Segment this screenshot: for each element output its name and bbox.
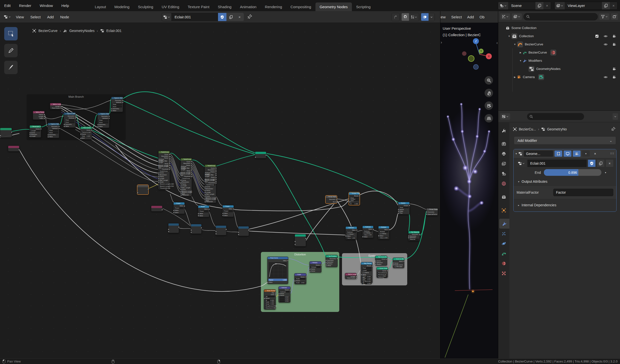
node-socket[interactable]: Vector	[279, 289, 290, 291]
node-socket[interactable]: Noise	[158, 163, 170, 164]
node-socket[interactable]: Geometry	[48, 134, 59, 136]
node-capture-attribute[interactable]: ⌄ Capture AttributeGeometryAttributeFloa…	[48, 123, 59, 138]
node-socket[interactable]: Value	[64, 125, 75, 127]
check-toggle-icon[interactable]	[595, 34, 599, 38]
node-group-input[interactable]: ⌄ Group InputGeometryEnd	[325, 195, 337, 204]
node-socket[interactable]: Value	[268, 259, 288, 262]
disclosure-closed-icon[interactable]: ▶	[518, 51, 523, 54]
node-socket[interactable]: Value	[223, 208, 234, 210]
node-socket[interactable]: Noise	[205, 176, 216, 178]
node-socket[interactable]: Multiply	[310, 266, 320, 268]
node-socket[interactable]: Attribute Max Length	[181, 168, 192, 170]
modifier-delete-button[interactable]: ×	[591, 151, 599, 157]
node-socket[interactable]: Offset	[326, 265, 337, 267]
node-socket[interactable]	[151, 208, 162, 211]
tool-select-box[interactable]	[4, 27, 18, 41]
node-float-curve[interactable]: ⌄ Float CurveValueFactor1.000Value	[267, 257, 288, 284]
node-map-range[interactable]: ⌄ Map RangeResultFloatLinearClampValueFr…	[361, 262, 372, 283]
node-power[interactable]: ⌄ PowerValuePowerValueValue	[173, 202, 185, 214]
node-socket[interactable]: Scale1.000	[265, 301, 275, 303]
node-socket[interactable]: 0.500	[279, 296, 289, 298]
pan-hand-button[interactable]	[485, 89, 493, 97]
node-socket[interactable]: Geometry	[111, 99, 123, 101]
eye-toggle-icon[interactable]	[604, 34, 608, 38]
node-socket[interactable]: Geometry	[326, 198, 337, 201]
node-socket[interactable]: Index	[33, 117, 44, 119]
node-socket[interactable]: Float	[112, 103, 122, 105]
node-socket[interactable]: End	[326, 201, 337, 203]
node-socket[interactable]: Length	[158, 178, 170, 179]
properties-search-input[interactable]	[527, 113, 584, 120]
properties-tab-object-data[interactable]	[498, 248, 509, 258]
node-socket[interactable]: Length	[181, 185, 192, 186]
modifier-tree-name[interactable]: Eclair.001	[527, 160, 587, 167]
node-socket[interactable]: Detail3.000	[265, 303, 275, 305]
node-socket[interactable]: Multiply	[379, 231, 388, 233]
node-tree-name-field[interactable]: Eclair.001	[171, 13, 218, 21]
node-socket[interactable]	[137, 187, 148, 191]
node-socket[interactable]: Distortion0.000	[265, 307, 275, 309]
outliner-label[interactable]: Camera	[523, 75, 535, 79]
properties-tab-particles[interactable]	[498, 229, 509, 239]
node-socket[interactable]: Curve	[81, 133, 92, 135]
node-socket[interactable]: Position	[326, 263, 337, 265]
cam-toggle-icon[interactable]	[612, 75, 616, 79]
node-socket[interactable]: Vector	[279, 293, 290, 295]
node-socket[interactable]: Float	[98, 119, 108, 121]
node-socket[interactable]: Curve	[30, 132, 41, 133]
node-socket[interactable]: Vector	[279, 295, 290, 296]
node-socket[interactable]: Point	[49, 132, 58, 134]
animate-property-icon[interactable]: ●	[605, 171, 606, 174]
node-socket[interactable]: Selection	[408, 237, 420, 239]
internal-dependencies-section[interactable]: ▸Internal Dependencies	[514, 199, 616, 209]
properties-tab-view-layer[interactable]	[498, 159, 509, 169]
node-socket[interactable]: Branch_Length Mult	[205, 180, 216, 182]
node-socket[interactable]: Noise	[205, 195, 216, 197]
node-socket[interactable]	[216, 230, 226, 233]
node-socket[interactable]	[238, 231, 249, 233]
node-socket[interactable]: Value	[174, 205, 185, 207]
node-group-output[interactable]: ⌄ Group OutputGeometryMaterialFactor	[426, 208, 438, 216]
outliner-label[interactable]: GeometryNodes	[536, 67, 560, 71]
node-socket[interactable]	[216, 228, 226, 230]
node-trim-curve[interactable]: ⌄ Trim CurveCurveFactorLengthCurveStart0…	[80, 126, 92, 140]
node-socket[interactable]: Noise	[181, 188, 192, 190]
node-socket[interactable]: Geometry	[48, 125, 59, 127]
node-socket[interactable]	[295, 243, 306, 246]
viewlayer-name[interactable]: ViewLayer	[565, 3, 602, 8]
node-socket[interactable]: True	[398, 212, 409, 214]
workspace-tab-shading[interactable]: Shading	[214, 2, 236, 11]
node-socket[interactable]: PointsRadius	[377, 272, 387, 274]
node-socket[interactable]: Branch_Length Mult	[181, 192, 192, 194]
outliner-label[interactable]: Modifiers	[528, 59, 542, 62]
node-canvas[interactable]: BezierCurve › GeometryNodes › Eclair.001…	[0, 23, 440, 359]
node-socket[interactable]: Max_Length	[181, 187, 192, 188]
node-socket[interactable]: Resolution	[205, 188, 216, 189]
node-greater-than[interactable]: ⌄ Greater ThanResultFloatGreater ThanAB1…	[349, 192, 360, 205]
node-unlabeled[interactable]	[8, 146, 19, 152]
region-expand-left-icon[interactable]: ›	[441, 40, 442, 45]
workspace-tab-rendering[interactable]: Rendering	[261, 2, 286, 11]
outliner-label[interactable]: BezierCurve	[528, 51, 547, 54]
modifier-unlink-button[interactable]: ×	[606, 160, 613, 167]
viewport-3d[interactable]: View Select Add Ob User Perspective (1) …	[440, 11, 498, 359]
node-socket[interactable]: Resolution	[181, 181, 192, 183]
cam-toggle-icon[interactable]	[612, 67, 616, 71]
node-scale[interactable]: ⌄ ScaleVectorScaleVectorScale0.400	[294, 273, 306, 284]
node-socket[interactable]: Switch	[398, 209, 409, 210]
modifier-edit-mode-toggle[interactable]	[555, 151, 562, 157]
go-to-parent-button[interactable]	[392, 13, 399, 21]
node-socket[interactable]: Color	[264, 294, 276, 296]
node-socket[interactable]: Max_Length	[158, 179, 170, 181]
node-spline-length[interactable]: ⌄ Spline LengthLengthPoint Count	[50, 103, 61, 109]
pin-icon[interactable]	[247, 14, 252, 20]
node-socket[interactable]: A	[349, 201, 360, 203]
node-unlabeled[interactable]	[191, 224, 202, 234]
node-socket[interactable]: Threshold	[205, 201, 216, 202]
node-unlabeled[interactable]	[137, 185, 149, 195]
new-node-tree-button[interactable]	[226, 13, 235, 21]
modifier-name-field[interactable]: Geome...	[524, 151, 553, 157]
node-socket[interactable]: Vector	[295, 276, 306, 278]
node-socket[interactable]: Power	[223, 210, 233, 212]
modifier-drag-handle[interactable]: ⠿⠿	[610, 152, 614, 155]
